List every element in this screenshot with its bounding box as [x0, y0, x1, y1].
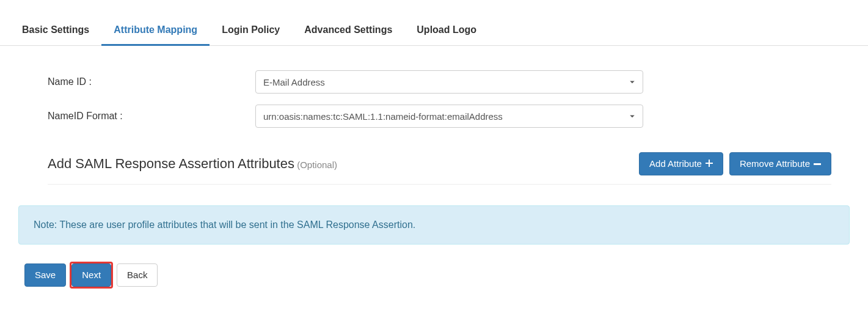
next-button[interactable]: Next	[71, 263, 111, 287]
add-attribute-label: Add Attribute	[649, 158, 702, 169]
row-nameid-format: NameID Format : urn:oasis:names:tc:SAML:…	[48, 105, 831, 128]
remove-attribute-button[interactable]: Remove Attribute	[729, 152, 831, 175]
next-button-highlight: Next	[70, 262, 113, 289]
nameid-format-select[interactable]: urn:oasis:names:tc:SAML:1.1:nameid-forma…	[255, 105, 643, 128]
remove-attribute-label: Remove Attribute	[740, 158, 810, 169]
nameid-format-label: NameID Format :	[48, 111, 255, 122]
back-button[interactable]: Back	[117, 263, 158, 287]
plus-icon	[706, 158, 713, 169]
section-buttons: Add Attribute Remove Attribute	[639, 152, 831, 175]
tab-attribute-mapping[interactable]: Attribute Mapping	[101, 17, 210, 46]
tab-login-policy[interactable]: Login Policy	[210, 17, 292, 46]
tab-advanced-settings[interactable]: Advanced Settings	[292, 17, 404, 46]
tab-upload-logo[interactable]: Upload Logo	[404, 17, 489, 46]
section-header: Add SAML Response Assertion Attributes (…	[48, 152, 831, 185]
section-title-wrap: Add SAML Response Assertion Attributes (…	[48, 156, 337, 172]
add-attribute-button[interactable]: Add Attribute	[639, 152, 723, 175]
save-button[interactable]: Save	[24, 263, 66, 287]
info-note: Note: These are user profile attributes …	[18, 205, 850, 245]
section-title: Add SAML Response Assertion Attributes	[48, 156, 294, 171]
tabs-bar: Basic Settings Attribute Mapping Login P…	[0, 17, 868, 46]
minus-icon	[814, 163, 821, 165]
footer-buttons: Save Next Back	[0, 245, 868, 301]
row-name-id: Name ID : E-Mail Address	[48, 70, 831, 94]
form-area: Name ID : E-Mail Address NameID Format :…	[0, 46, 868, 191]
name-id-label: Name ID :	[48, 76, 255, 87]
tab-basic-settings[interactable]: Basic Settings	[10, 17, 101, 46]
name-id-select[interactable]: E-Mail Address	[255, 70, 643, 94]
section-optional: (Optional)	[297, 160, 337, 170]
